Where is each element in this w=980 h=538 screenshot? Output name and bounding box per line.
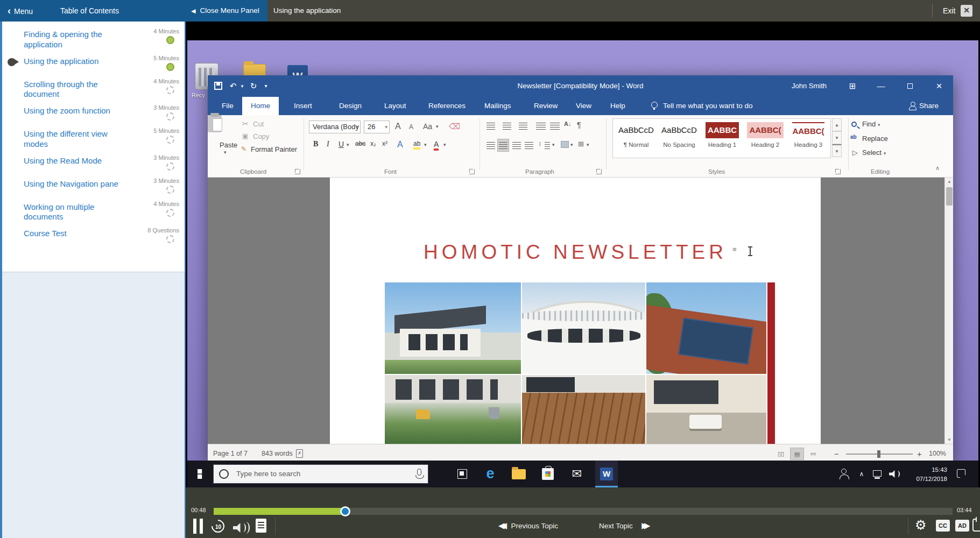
style-heading-1[interactable]: AABBC Heading 1 — [701, 122, 743, 148]
people-icon[interactable] — [836, 461, 852, 487]
transcript-button[interactable] — [256, 519, 266, 533]
sidebar-item-multiple-documents[interactable]: Working on multiple documents 4 Minutes — [24, 201, 179, 223]
share-button[interactable]: Share — [919, 97, 939, 115]
sidebar-item-course-test[interactable]: Course Test 8 Questions — [24, 227, 179, 245]
grow-font-button[interactable]: A — [395, 122, 401, 131]
ribbon-display-options-icon[interactable]: ⊞ — [840, 75, 865, 97]
text-effects-button[interactable]: A — [397, 140, 403, 150]
line-spacing-icon[interactable]: ↕ — [538, 140, 541, 147]
shrink-font-button[interactable]: A — [409, 123, 413, 131]
paste-dropdown-icon[interactable]: ▾ — [224, 150, 227, 155]
tab-mailings[interactable]: Mailings — [484, 97, 511, 115]
sort-icon[interactable]: A↓ — [564, 121, 571, 127]
collapse-ribbon-icon[interactable]: ∧ — [935, 165, 940, 172]
change-case-button[interactable]: Aa — [423, 122, 432, 131]
bullets-icon[interactable] — [487, 123, 495, 130]
styles-scroll-down-icon[interactable]: ▼ — [832, 131, 842, 144]
replay-10-button[interactable]: 10 — [211, 520, 224, 533]
edge-browser-icon[interactable]: e — [481, 461, 500, 487]
format-painter-button[interactable]: Format Painter — [251, 145, 297, 153]
exit-close-icon[interactable]: ✕ — [961, 5, 972, 17]
subscript-button[interactable]: x₂ — [370, 140, 376, 147]
copy-button[interactable]: Copy — [253, 132, 269, 140]
scroll-up-icon[interactable]: ▲ — [945, 178, 954, 186]
style-normal[interactable]: AaBbCcD ¶ Normal — [615, 122, 657, 148]
font-color-button[interactable]: A — [434, 140, 439, 151]
align-left-icon[interactable] — [487, 142, 495, 149]
highlight-dropdown-icon[interactable]: ▾ — [424, 142, 427, 147]
paste-button[interactable]: Paste — [220, 141, 237, 149]
vertical-scrollbar[interactable]: ▲ ▼ — [944, 178, 953, 444]
volume-button[interactable] — [233, 520, 251, 536]
paragraph-dialog-launcher[interactable] — [596, 169, 602, 174]
highlight-button[interactable]: ab — [413, 140, 420, 150]
exit-label[interactable]: Exit — [943, 0, 955, 22]
shading-icon[interactable] — [561, 141, 569, 148]
font-size-combo[interactable]: 26▾ — [364, 121, 390, 133]
cut-button[interactable]: Cut — [253, 120, 264, 128]
underline-dropdown-icon[interactable]: ▾ — [347, 142, 349, 147]
taskbar-search-box[interactable]: Type here to search — [213, 464, 428, 484]
tab-references[interactable]: References — [428, 97, 466, 115]
progress-handle[interactable] — [340, 506, 350, 516]
line-spacing-lines-icon[interactable] — [545, 142, 550, 149]
font-dialog-launcher[interactable] — [469, 169, 475, 174]
task-view-icon[interactable] — [454, 461, 472, 487]
style-heading-2[interactable]: AABBC( Heading 2 — [744, 122, 786, 148]
decrease-indent-icon[interactable] — [536, 123, 546, 130]
clear-formatting-icon[interactable]: ⌫ — [449, 122, 460, 131]
styles-scroll-up-icon[interactable]: ▲ — [832, 118, 842, 131]
find-button[interactable]: Find ▾ — [862, 120, 880, 128]
change-case-dropdown-icon[interactable]: ▾ — [436, 124, 439, 129]
document-page[interactable]: HOMOTIC NEWSLETTER ≡ — [330, 178, 821, 444]
clipboard-dialog-launcher[interactable] — [295, 169, 300, 174]
start-button[interactable] — [192, 461, 213, 487]
network-icon[interactable] — [870, 461, 885, 487]
scrollbar-thumb[interactable] — [946, 187, 953, 206]
save-icon[interactable] — [214, 82, 222, 90]
tab-help[interactable]: Help — [610, 97, 625, 115]
style-heading-3[interactable]: AABBC( Heading 3 — [787, 122, 829, 148]
tab-file[interactable]: File — [222, 97, 234, 115]
restore-button[interactable] — [898, 75, 922, 97]
action-center-icon[interactable] — [954, 461, 970, 487]
align-right-icon[interactable] — [512, 142, 521, 149]
show-hidden-icons-chevron[interactable]: ∧ — [856, 461, 868, 487]
redo-icon[interactable]: ↻ — [248, 75, 259, 97]
microphone-icon[interactable] — [417, 469, 421, 476]
sidebar-item-view-modes[interactable]: Using the different view modes 5 Minutes — [24, 128, 179, 150]
word-taskbar-icon[interactable]: W — [595, 461, 618, 487]
closed-captions-button[interactable]: CC — [936, 520, 950, 532]
scroll-down-icon[interactable]: ▼ — [945, 436, 954, 444]
tab-insert[interactable]: Insert — [294, 97, 312, 115]
undo-dropdown-icon[interactable]: ▾ — [239, 75, 245, 97]
show-marks-icon[interactable]: ¶ — [577, 121, 581, 129]
styles-dialog-launcher[interactable] — [835, 169, 841, 174]
sidebar-item-scrolling[interactable]: Scrolling through the document 4 Minutes — [24, 78, 179, 100]
format-painter-icon[interactable]: ✎ — [241, 145, 246, 153]
copy-icon[interactable]: ▣ — [242, 132, 248, 140]
tell-me-box[interactable]: Tell me what you want to do — [663, 97, 753, 115]
read-mode-view-icon[interactable]: ▯▯ — [774, 448, 788, 460]
cut-icon[interactable]: ✂ — [242, 119, 249, 128]
borders-dropdown-icon[interactable]: ▾ — [587, 142, 589, 147]
font-color-dropdown-icon[interactable]: ▾ — [443, 142, 446, 147]
tab-review[interactable]: Review — [534, 97, 558, 115]
paste-icon[interactable] — [208, 115, 222, 132]
quick-access-dropdown-icon[interactable]: ▾ — [262, 75, 270, 97]
bold-button[interactable]: B — [313, 140, 318, 148]
microsoft-store-icon[interactable] — [538, 461, 558, 487]
sidebar-item-read-mode[interactable]: Using the Read Mode 3 Minutes — [24, 154, 179, 173]
next-topic-button[interactable]: Next Topic ▶▶ — [599, 521, 646, 530]
web-layout-view-icon[interactable]: ▭ — [806, 448, 820, 460]
line-spacing-dropdown-icon[interactable]: ▾ — [552, 142, 555, 147]
zoom-slider-handle[interactable] — [877, 450, 880, 458]
tab-home[interactable]: Home — [242, 97, 279, 115]
justify-icon[interactable] — [525, 142, 533, 149]
zoom-slider-track[interactable] — [846, 454, 913, 455]
speaker-icon[interactable] — [886, 461, 901, 487]
signed-in-user[interactable]: John Smith — [792, 75, 827, 97]
tab-layout[interactable]: Layout — [384, 97, 406, 115]
sidebar-item-zoom-function[interactable]: Using the zoom function 3 Minutes — [24, 104, 179, 123]
sidebar-item-navigation-pane[interactable]: Using the Navigation pane 3 Minutes — [24, 178, 179, 196]
